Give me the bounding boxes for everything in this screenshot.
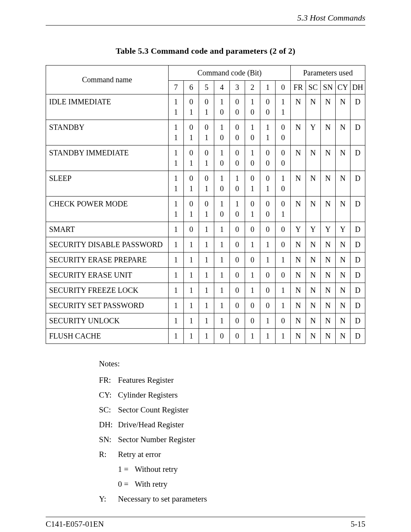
cell-param: N [320, 298, 335, 313]
note-value: Features Register [118, 375, 174, 385]
cell-param: N [335, 268, 350, 283]
note-value: Retry at error [118, 450, 161, 459]
th-param-fr: FR [291, 81, 306, 94]
cell-bit: 0 [229, 252, 245, 268]
cell-param: D [350, 252, 365, 268]
cell-bit: 1 [183, 283, 199, 298]
cell-param: N [335, 313, 350, 329]
cell-param: N [335, 94, 350, 120]
note-sub-eq: 0 = [118, 479, 135, 489]
th-bit-7: 7 [168, 81, 183, 94]
th-bit-5: 5 [199, 81, 214, 94]
cell-bit: 10 [214, 171, 229, 197]
cell-bit: 1 [199, 329, 214, 344]
cell-param: N [306, 329, 320, 344]
cell-param: N [335, 145, 350, 171]
cell-bit: 1 [168, 252, 183, 268]
cell-param: N [320, 268, 335, 283]
table-row: CHECK POWER MODE1101011010010001NNNND [46, 197, 365, 222]
cell-bit: 01 [245, 197, 260, 222]
footer-page-number: 5-15 [351, 519, 366, 529]
cell-bit: 1 [276, 283, 291, 298]
cell-bit: 1 [245, 283, 260, 298]
th-bit-4: 4 [214, 81, 229, 94]
table-row: SMART10110000YYYYD [46, 222, 365, 237]
cell-param: D [350, 145, 365, 171]
cell-bit: 11 [168, 145, 183, 171]
cell-bit: 11 [260, 120, 275, 145]
cell-param: N [291, 329, 306, 344]
cell-bit: 01 [260, 171, 275, 197]
cell-bit: 1 [260, 252, 275, 268]
cell-param: N [291, 197, 306, 222]
cell-bit: 11 [168, 171, 183, 197]
cell-param: N [320, 313, 335, 329]
cell-param: N [320, 197, 335, 222]
cell-command-name: SECURITY ERASE PREPARE [46, 252, 169, 268]
note-key: SC: [99, 405, 118, 415]
cell-bit: 1 [214, 268, 229, 283]
cell-param: D [350, 171, 365, 197]
cell-param: D [350, 313, 365, 329]
cell-bit: 11 [168, 120, 183, 145]
cell-bit: 01 [199, 171, 214, 197]
note-sub-eq: 1 = [118, 465, 135, 474]
cell-param: N [320, 283, 335, 298]
cell-param: N [306, 237, 320, 252]
cell-param: N [306, 145, 320, 171]
notes-block: Notes: FR:Features RegisterCY:Cylinder R… [99, 359, 365, 509]
cell-bit: 1 [168, 313, 183, 329]
cell-bit: 1 [214, 222, 229, 237]
cell-command-name: FLUSH CACHE [46, 329, 169, 344]
cell-bit: 0 [245, 222, 260, 237]
th-bit-1: 1 [260, 81, 275, 94]
page-header: 5.3 Host Commands [46, 11, 365, 26]
cell-bit: 01 [199, 197, 214, 222]
cell-bit: 1 [276, 329, 291, 344]
cell-bit: 0 [260, 268, 275, 283]
note-key: Y: [99, 494, 118, 504]
cell-param: Y [306, 222, 320, 237]
th-param-cy: CY [335, 81, 350, 94]
cell-command-name: CHECK POWER MODE [46, 197, 169, 222]
cell-bit: 00 [260, 94, 275, 120]
cell-bit: 0 [245, 252, 260, 268]
cell-param: N [306, 94, 320, 120]
cell-bit: 11 [168, 197, 183, 222]
cell-param: N [335, 171, 350, 197]
cell-param: Y [306, 120, 320, 145]
cell-bit: 10 [214, 120, 229, 145]
cell-param: N [291, 313, 306, 329]
cell-command-name: SMART [46, 222, 169, 237]
cell-bit: 0 [229, 329, 245, 344]
cell-bit: 10 [214, 145, 229, 171]
cell-param: N [291, 94, 306, 120]
th-param-sn: SN [320, 81, 335, 94]
cell-bit: 0 [260, 298, 275, 313]
command-table: Command name Command code (Bit) Paramete… [46, 65, 365, 344]
note-value: Sector Count Register [118, 405, 188, 415]
cell-bit: 1 [276, 252, 291, 268]
cell-bit: 01 [183, 120, 199, 145]
cell-param: N [291, 283, 306, 298]
cell-bit: 10 [276, 171, 291, 197]
table-row: SECURITY UNLOCK11110010NNNND [46, 313, 365, 329]
cell-bit: 0 [229, 268, 245, 283]
cell-bit: 01 [276, 197, 291, 222]
cell-param: N [291, 237, 306, 252]
cell-param: N [320, 120, 335, 145]
cell-param: N [320, 329, 335, 344]
cell-bit: 1 [199, 237, 214, 252]
table-row: SECURITY SET PASSWORD11110001NNNND [46, 298, 365, 313]
cell-bit: 0 [276, 222, 291, 237]
note-value: Sector Number Register [118, 435, 195, 444]
cell-bit: 1 [245, 329, 260, 344]
cell-bit: 01 [183, 94, 199, 120]
cell-command-name: SECURITY FREEZE LOCK [46, 283, 169, 298]
cell-bit: 0 [183, 222, 199, 237]
cell-bit: 0 [260, 283, 275, 298]
cell-bit: 0 [229, 283, 245, 298]
cell-param: N [306, 283, 320, 298]
cell-param: N [335, 120, 350, 145]
cell-bit: 1 [183, 313, 199, 329]
